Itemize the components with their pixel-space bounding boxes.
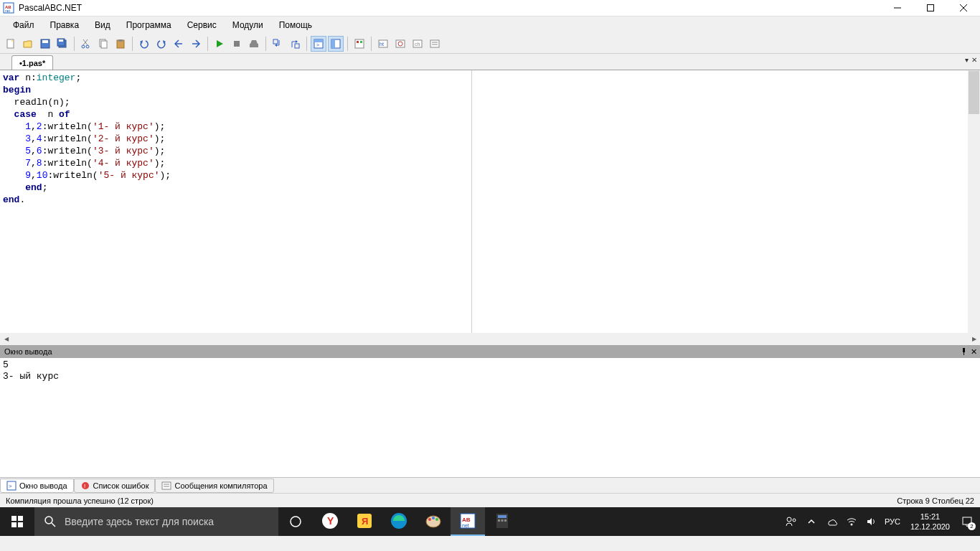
- horizontal-scrollbar[interactable]: ◀ ▶: [0, 333, 980, 345]
- tray-clock[interactable]: 15:21 12.12.2020: [906, 512, 954, 532]
- svg-rect-37: [355, 39, 364, 48]
- svg-rect-10: [42, 40, 48, 43]
- svg-rect-28: [273, 39, 278, 44]
- tab-close-icon[interactable]: ✕: [971, 56, 977, 64]
- tray-language[interactable]: РУС: [885, 517, 900, 526]
- notification-badge: 2: [968, 522, 976, 530]
- taskbar-app-paint[interactable]: [416, 507, 451, 536]
- nav-back-button[interactable]: [171, 36, 187, 52]
- undo-button[interactable]: [136, 36, 152, 52]
- tool-2-button[interactable]: [392, 36, 408, 52]
- cortana-button[interactable]: [278, 507, 313, 536]
- tool-3-button[interactable]: ch: [410, 36, 425, 52]
- menu-program[interactable]: Программа: [119, 18, 179, 32]
- svg-point-83: [793, 519, 796, 522]
- close-button[interactable]: [947, 0, 980, 17]
- vertical-scrollbar[interactable]: [968, 70, 980, 333]
- save-all-button[interactable]: [55, 36, 70, 52]
- editor-secondary-pane: [472, 70, 980, 333]
- code-editor[interactable]: var n:integer; begin readln(n); case n o…: [0, 70, 472, 333]
- menu-edit[interactable]: Правка: [43, 18, 87, 32]
- tray-date: 12.12.2020: [910, 522, 950, 532]
- windows-taskbar: Введите здесь текст для поиска Y Я ABnet…: [0, 507, 980, 536]
- pin-icon[interactable]: [960, 347, 968, 357]
- output-panel[interactable]: 5 3- ый курс: [0, 358, 980, 477]
- panel-toggle-1[interactable]: >: [311, 36, 326, 52]
- start-button[interactable]: [0, 507, 34, 536]
- menubar: Файл Правка Вид Программа Сервис Модули …: [0, 17, 980, 34]
- svg-rect-81: [504, 519, 507, 522]
- status-message: Компиляция прошла успешно (12 строк): [6, 496, 897, 505]
- svg-text:net: net: [5, 9, 11, 13]
- svg-rect-58: [11, 516, 17, 521]
- svg-marker-24: [217, 40, 223, 47]
- search-icon: [44, 516, 56, 527]
- output-tab-icon: >: [6, 481, 17, 491]
- taskbar-app-calculator[interactable]: [485, 507, 519, 536]
- tray-volume-icon[interactable]: [864, 514, 879, 529]
- scroll-right-icon[interactable]: ▶: [968, 333, 980, 345]
- open-file-button[interactable]: [20, 36, 36, 52]
- output-panel-header: Окно вывода ✕: [0, 345, 980, 358]
- svg-text:AB: AB: [462, 517, 471, 523]
- scroll-left-icon[interactable]: ◀: [0, 333, 12, 345]
- nav-forward-button[interactable]: [188, 36, 204, 52]
- cut-button[interactable]: [78, 36, 94, 52]
- step-over-button[interactable]: [287, 36, 303, 52]
- taskbar-app-edge[interactable]: [382, 507, 416, 536]
- svg-point-64: [291, 517, 301, 527]
- paste-button[interactable]: [113, 36, 128, 52]
- tool-1-button[interactable]: ht: [375, 36, 391, 52]
- document-tabbar: •1.pas* ▾ ✕: [0, 54, 980, 70]
- svg-rect-78: [498, 515, 507, 518]
- taskbar-app-yandex[interactable]: Y: [313, 507, 347, 536]
- menu-service[interactable]: Сервис: [180, 18, 224, 32]
- bottom-tab-compiler[interactable]: Сообщения компилятора: [155, 479, 273, 493]
- svg-point-73: [435, 518, 438, 521]
- bottom-tab-errors[interactable]: ! Список ошибок: [74, 479, 156, 493]
- redo-button[interactable]: [154, 36, 169, 52]
- taskbar-app-yandex2[interactable]: Я: [347, 507, 382, 536]
- copy-button[interactable]: [95, 36, 111, 52]
- svg-rect-55: [162, 482, 171, 489]
- tray-chevron-up-icon[interactable]: [804, 514, 819, 529]
- tab-dropdown-icon[interactable]: ▾: [965, 56, 969, 64]
- compile-button[interactable]: [246, 36, 262, 52]
- taskbar-app-pascalabc[interactable]: ABnet: [451, 507, 485, 536]
- svg-point-82: [787, 517, 791, 522]
- statusbar: Компиляция прошла успешно (12 строк) Стр…: [0, 493, 980, 507]
- status-cursor-pos: Строка 9 Столбец 22: [897, 496, 974, 505]
- panel-toggle-2[interactable]: [328, 36, 344, 52]
- tray-wifi-icon[interactable]: [844, 514, 859, 529]
- svg-rect-61: [18, 522, 23, 527]
- tray-notifications-icon[interactable]: 2: [960, 514, 974, 529]
- stop-button[interactable]: [229, 36, 245, 52]
- tab-current-file[interactable]: •1.pas*: [11, 55, 53, 70]
- menu-help[interactable]: Помощь: [272, 18, 319, 32]
- svg-rect-21: [118, 39, 123, 42]
- maximize-button[interactable]: [914, 0, 947, 17]
- menu-file[interactable]: Файл: [6, 18, 42, 32]
- svg-point-84: [850, 524, 852, 526]
- menu-view[interactable]: Вид: [88, 18, 118, 32]
- step-into-button[interactable]: [270, 36, 286, 52]
- svg-rect-26: [250, 44, 258, 47]
- svg-line-63: [52, 523, 55, 527]
- bottom-tab-output[interactable]: > Окно вывода: [0, 479, 74, 493]
- menu-modules[interactable]: Модули: [225, 18, 270, 32]
- minimize-button[interactable]: [881, 0, 914, 17]
- output-close-icon[interactable]: ✕: [971, 347, 977, 357]
- save-file-button[interactable]: [37, 36, 53, 52]
- form-designer-button[interactable]: [352, 36, 367, 52]
- taskbar-search[interactable]: Введите здесь текст для поиска: [34, 507, 278, 536]
- svg-point-72: [432, 517, 435, 519]
- run-button[interactable]: [212, 36, 227, 52]
- tool-4-button[interactable]: [427, 36, 443, 52]
- new-file-button[interactable]: [3, 36, 19, 52]
- bottom-tabbar: > Окно вывода ! Список ошибок Сообщения …: [0, 477, 980, 493]
- svg-text:ch: ch: [415, 42, 420, 47]
- svg-marker-31: [296, 40, 298, 43]
- tray-onedrive-icon[interactable]: [824, 514, 839, 529]
- svg-rect-59: [18, 516, 23, 521]
- tray-people-icon[interactable]: [784, 514, 798, 529]
